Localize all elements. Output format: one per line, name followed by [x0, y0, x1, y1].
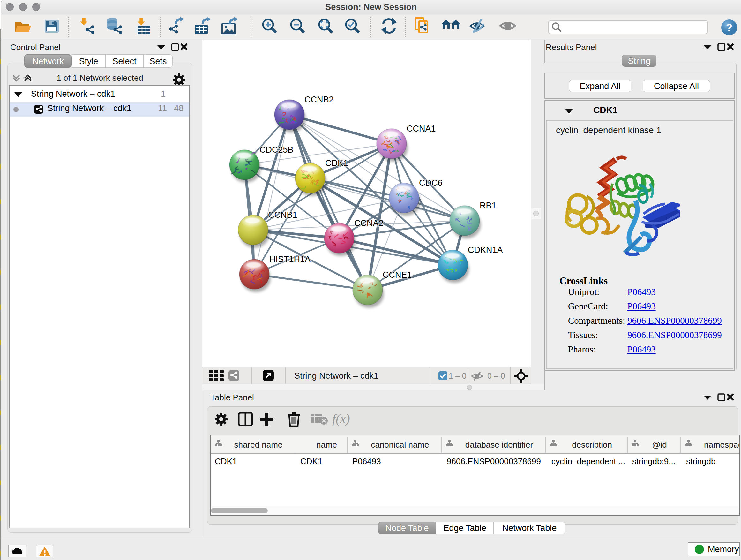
svg-text:CCNA2: CCNA2: [354, 219, 384, 228]
svg-text:CDC6: CDC6: [419, 178, 443, 188]
svg-text:CCNB2: CCNB2: [305, 95, 334, 105]
svg-text:CCNE1: CCNE1: [383, 270, 412, 280]
svg-text:HIST1H1A: HIST1H1A: [269, 254, 311, 264]
svg-text:CCNB1: CCNB1: [268, 210, 297, 220]
svg-text:CDC25B: CDC25B: [259, 145, 293, 154]
svg-text:?: ?: [726, 21, 733, 34]
svg-text:CDKN1A: CDKN1A: [468, 245, 503, 255]
svg-text:CCNA1: CCNA1: [407, 124, 436, 133]
svg-text:RB1: RB1: [480, 201, 496, 210]
svg-text:CDK1: CDK1: [325, 159, 348, 168]
